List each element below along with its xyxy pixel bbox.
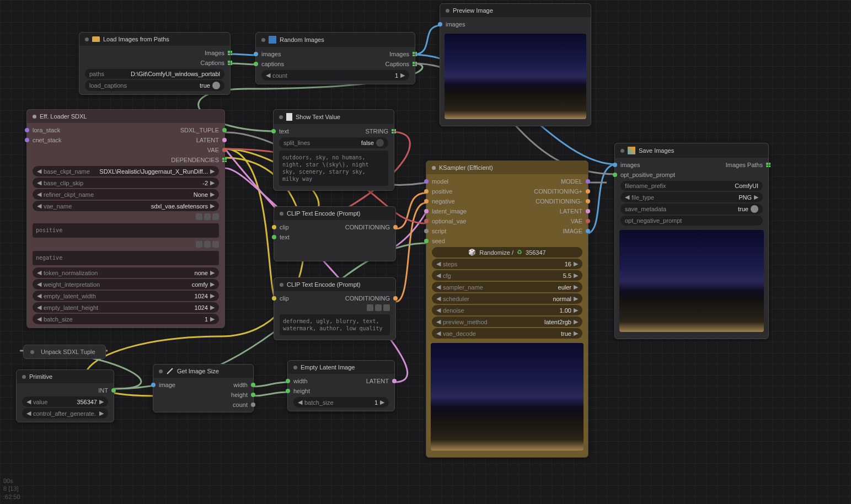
titlebar[interactable]: Show Text Value xyxy=(274,110,394,124)
titlebar[interactable]: Load Images from Paths xyxy=(79,33,230,46)
port-latent[interactable] xyxy=(222,138,227,142)
port-vae-in[interactable] xyxy=(424,219,429,223)
batch-size-input[interactable]: ◀batch_size1▶ xyxy=(33,314,219,324)
refiner-ckpt-input[interactable]: ◀refiner_ckpt_nameNone▶ xyxy=(33,189,219,200)
port-count-out[interactable] xyxy=(251,403,255,407)
port-model-in[interactable] xyxy=(424,179,429,184)
port-cond-out[interactable] xyxy=(393,296,398,301)
negative-textarea[interactable]: negative xyxy=(33,251,219,265)
titlebar[interactable]: CLIP Text Encode (Prompt) xyxy=(274,278,395,291)
titlebar[interactable]: Eff. Loader SDXL xyxy=(27,110,224,123)
port-text-in[interactable] xyxy=(271,129,276,133)
latent-width-input[interactable]: ◀empty_latent_width1024▶ xyxy=(33,291,219,301)
count-input[interactable]: ◀count1▶ xyxy=(261,70,409,81)
port-lora-stack[interactable] xyxy=(25,128,29,132)
seed-control[interactable]: 🎲Randomize /♻356347 xyxy=(432,247,582,258)
node-load-images[interactable]: Load Images from Paths Images Captions p… xyxy=(79,32,231,95)
positive-textarea[interactable]: positive xyxy=(33,223,219,238)
port-images-in[interactable] xyxy=(613,163,617,167)
negative-text[interactable]: deformed, ugly, blurry, text, watermark,… xyxy=(280,314,390,335)
titlebar[interactable]: Empty Latent Image xyxy=(288,361,394,374)
preview-method-input[interactable]: ◀preview_methodlatent2rgb▶ xyxy=(432,317,582,327)
node-save-images[interactable]: Save Images imagesImages Paths opt_posit… xyxy=(614,143,769,339)
port-width-out[interactable] xyxy=(251,383,255,387)
control-input[interactable]: ◀control_after_generate.▶ xyxy=(22,408,108,419)
batch-size-input[interactable]: ◀batch_size1▶ xyxy=(293,397,389,408)
clip-skip-input[interactable]: ◀base_clip_skip-2▶ xyxy=(33,178,219,188)
port-int-out[interactable] xyxy=(111,388,116,393)
cfg-input[interactable]: ◀cfg5.5▶ xyxy=(432,270,582,281)
port-image-in[interactable] xyxy=(151,383,156,387)
port-string-out[interactable] xyxy=(392,129,396,133)
port-clip-in[interactable] xyxy=(272,296,276,301)
port-text-in[interactable] xyxy=(272,235,276,239)
port-seed-in[interactable] xyxy=(424,239,429,243)
node-clip-encode-positive[interactable]: CLIP Text Encode (Prompt) clipCONDITIONI… xyxy=(274,206,396,261)
vae-name-input[interactable]: ◀vae_namesdxl_vae.safetensors▶ xyxy=(33,201,219,211)
port-images[interactable] xyxy=(228,51,232,55)
port-vae-out[interactable] xyxy=(586,219,590,223)
port-latent-out[interactable] xyxy=(586,209,590,213)
port-paths-out[interactable] xyxy=(766,163,770,167)
titlebar[interactable]: Primitive xyxy=(17,370,114,383)
node-unpack-sdxl[interactable]: Unpack SDXL Tuple xyxy=(23,345,106,359)
node-show-text[interactable]: Show Text Value textSTRING split_linesfa… xyxy=(273,109,394,191)
node-ksampler[interactable]: KSampler (Efficient) modelMODEL positive… xyxy=(426,160,588,458)
port-latent-out[interactable] xyxy=(392,379,397,383)
base-ckpt-input[interactable]: ◀base_ckpt_nameSDXL\Realistic\Juggernaut… xyxy=(33,166,219,176)
port-images-in[interactable] xyxy=(254,52,258,56)
denoise-input[interactable]: ◀denoise1.00▶ xyxy=(432,305,582,315)
node-preview-image[interactable]: Preview Image images xyxy=(440,3,591,126)
port-clip-in[interactable] xyxy=(272,225,276,229)
latent-height-input[interactable]: ◀empty_latent_height1024▶ xyxy=(33,302,219,313)
port-latent-in[interactable] xyxy=(424,209,429,213)
vae-decode-input[interactable]: ◀vae_decodetrue▶ xyxy=(432,328,582,339)
titlebar[interactable]: Save Images xyxy=(615,143,768,158)
port-prompt-in[interactable] xyxy=(613,173,617,177)
port-cond-plus-out[interactable] xyxy=(586,189,590,194)
port-negative-in[interactable] xyxy=(424,199,429,203)
titlebar[interactable]: Random Images xyxy=(256,33,415,47)
sampler-input[interactable]: ◀sampler_nameeuler▶ xyxy=(432,282,582,292)
node-empty-latent[interactable]: Empty Latent Image widthLATENT height ◀b… xyxy=(287,360,395,411)
save-metadata-toggle[interactable]: save_metadatatrue xyxy=(620,203,763,215)
scheduler-input[interactable]: ◀schedulernormal▶ xyxy=(432,293,582,304)
neg-prompt-input[interactable]: opt_negative_prompt xyxy=(620,216,763,226)
node-eff-loader-sdxl[interactable]: Eff. Loader SDXL lora_stackSDXL_TUPLE cn… xyxy=(26,109,225,328)
port-width-in[interactable] xyxy=(286,379,290,383)
filename-prefix-input[interactable]: filename_prefixComfyUI xyxy=(620,181,763,191)
value-input[interactable]: ◀value356347▶ xyxy=(22,396,108,407)
weight-interp-input[interactable]: ◀weight_interpretationcomfy▶ xyxy=(33,279,219,289)
token-norm-input[interactable]: ◀token_normalizationnone▶ xyxy=(33,267,219,278)
port-deps[interactable] xyxy=(222,158,227,162)
node-random-images[interactable]: Random Images imagesImages captionsCapti… xyxy=(255,32,415,84)
steps-input[interactable]: ◀steps16▶ xyxy=(432,259,582,269)
node-get-image-size[interactable]: Get Image Size imagewidth height count xyxy=(153,364,254,412)
paths-input[interactable]: pathsD:\Git\ComfyUI_windows_portabl xyxy=(85,69,224,79)
titlebar[interactable]: CLIP Text Encode (Prompt) xyxy=(274,207,395,220)
titlebar[interactable]: Preview Image xyxy=(440,4,591,17)
port-captions-out[interactable] xyxy=(413,62,417,66)
port-captions-in[interactable] xyxy=(254,62,258,66)
split-lines-toggle[interactable]: split_linesfalse xyxy=(279,137,388,148)
port-cnet-stack[interactable] xyxy=(25,138,29,142)
port-cond-minus-out[interactable] xyxy=(586,199,590,203)
port-height-out[interactable] xyxy=(251,393,255,397)
port-sdxl-tuple[interactable] xyxy=(222,128,227,132)
port-image-out[interactable] xyxy=(586,229,590,233)
node-clip-encode-negative[interactable]: CLIP Text Encode (Prompt) clipCONDITIONI… xyxy=(274,277,396,340)
port-captions[interactable] xyxy=(228,61,232,65)
node-primitive[interactable]: Primitive INT ◀value356347▶ ◀control_aft… xyxy=(16,369,114,422)
load-captions-toggle[interactable]: load_captionstrue xyxy=(85,80,224,91)
port-images-out[interactable] xyxy=(413,52,417,56)
file-type-input[interactable]: ◀file_typePNG▶ xyxy=(620,192,763,202)
port-script-in[interactable] xyxy=(424,229,429,233)
port-images-in[interactable] xyxy=(438,22,442,26)
port-cond-out[interactable] xyxy=(393,225,398,229)
port-vae[interactable] xyxy=(222,148,227,152)
titlebar[interactable]: KSampler (Efficient) xyxy=(426,161,588,174)
port-positive-in[interactable] xyxy=(424,189,429,194)
port-height-in[interactable] xyxy=(286,389,290,393)
titlebar[interactable]: Get Image Size xyxy=(153,364,253,378)
port-model-out[interactable] xyxy=(586,179,590,184)
